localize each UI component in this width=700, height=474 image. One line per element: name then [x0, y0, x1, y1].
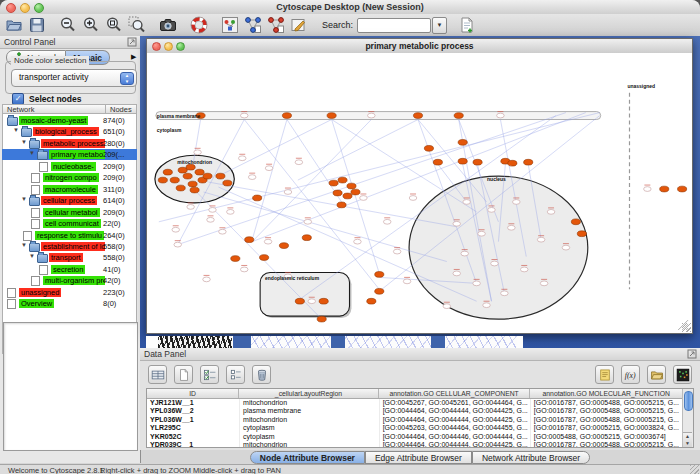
tree-row[interactable]: response to stimulu264(0) [2, 230, 137, 241]
help-icon[interactable] [189, 16, 208, 35]
table-cell[interactable]: [GO:0016787, GO:0005488, GO:0005215, G..… [531, 407, 683, 415]
table-cell[interactable]: cytoplasm [240, 433, 380, 441]
tree-row[interactable]: nucleobase-209(0) [2, 161, 137, 172]
function-icon[interactable]: f(x) [621, 365, 640, 384]
open-folder-icon[interactable] [4, 16, 23, 35]
table-cell[interactable]: mitochondrion [240, 416, 380, 424]
window-resize-grip[interactable] [682, 323, 691, 332]
table-column-header[interactable]: ID [147, 389, 239, 398]
table-cell[interactable]: YPL036W__1 [147, 416, 240, 424]
table-cell[interactable]: [GO:0016787, GO:0005488, GO:0005215, G..… [531, 441, 683, 447]
tree-node-label[interactable]: biological_process [33, 127, 99, 136]
tree-node-label[interactable]: metabolic process [41, 139, 105, 148]
tree-row[interactable]: cellular metabol209(0) [2, 207, 137, 218]
layout-blue-icon[interactable] [243, 16, 262, 35]
table-cell[interactable]: [GO:0045263, GO:0044464, GO:0044455, G..… [380, 424, 531, 432]
attribute-doc-icon[interactable] [457, 16, 476, 35]
expand-arrow-icon[interactable]: ▼ [21, 196, 27, 202]
folder-yellow-icon[interactable] [647, 365, 666, 384]
tree-node-label[interactable]: transport [49, 253, 83, 262]
search-input[interactable] [357, 18, 431, 33]
table-row[interactable]: YJR121W__1mitochondrion[GO:0045267, GO:0… [147, 399, 683, 407]
tree-node-label[interactable]: establishment of lo [41, 242, 105, 251]
birdseye-view[interactable] [3, 322, 138, 451]
tree-row[interactable]: ▼metabolic process280(0) [2, 138, 137, 149]
table-row[interactable]: YPL036W__1mitochondrion[GO:0044464, GO:0… [147, 416, 683, 424]
zoom-in-icon[interactable] [81, 16, 100, 35]
float-panel-icon[interactable] [687, 349, 697, 359]
tree-node-label[interactable]: Overview [19, 299, 54, 308]
tree-node-label[interactable]: nitrogen compo [43, 173, 99, 182]
matrix-icon[interactable] [673, 365, 692, 384]
tree-row[interactable]: macromolecule311(0) [2, 184, 137, 195]
zoom-region-icon[interactable] [127, 16, 146, 35]
table-cell[interactable]: cytoplasm [240, 424, 380, 432]
network-view-window[interactable]: primary metabolic process plasma membran… [146, 38, 693, 334]
network-svg[interactable]: plasma membranecytoplasmmitochondrionnuc… [147, 53, 692, 333]
column-icon[interactable] [148, 365, 167, 384]
tree-row[interactable]: multi-organism pro42(0) [2, 275, 137, 286]
table-cell[interactable]: [GO:0016787, GO:0005488, GO:0005215, G..… [531, 399, 683, 407]
tree-row[interactable]: ▼transport558(0) [2, 252, 137, 263]
window-titlebar[interactable]: Cytoscape Desktop (New Session) [0, 0, 700, 15]
table-cell[interactable]: [GO:0044464, GO:0044444, GO:0044425, G..… [380, 407, 531, 415]
tree-row[interactable]: secretion41(0) [2, 264, 137, 275]
trash-icon[interactable] [252, 365, 271, 384]
tree-node-label[interactable]: cellular metabol [43, 208, 100, 217]
notes-icon[interactable] [595, 365, 614, 384]
table-cell[interactable]: [GO:0044464, GO:0044446, GO:0044444, G..… [380, 433, 531, 441]
checklist-icon[interactable] [200, 365, 219, 384]
save-icon[interactable] [27, 16, 46, 35]
table-column-header[interactable]: _cellularLayoutRegion [239, 389, 379, 398]
expand-arrow-icon[interactable]: ▼ [13, 127, 19, 133]
zoom-out-icon[interactable] [58, 16, 77, 35]
region-nucleus[interactable] [409, 176, 588, 319]
network-view-titlebar[interactable]: primary metabolic process [147, 39, 692, 54]
tree-node-label[interactable]: macromolecule [43, 185, 98, 194]
camera-icon[interactable] [158, 16, 177, 35]
layout-red-icon[interactable] [266, 16, 285, 35]
tree-row[interactable]: nitrogen compo209(0) [2, 172, 137, 183]
table-cell[interactable]: plasma membrane [240, 407, 380, 415]
tree-node-label[interactable]: primary metabo [49, 150, 105, 159]
table-scrollbar[interactable]: ▲▼ [682, 389, 693, 447]
table-cell[interactable]: [GO:0016787, GO:0005488, GO:0005215, G..… [531, 416, 683, 424]
column-network[interactable]: Network [3, 105, 106, 113]
column-nodes[interactable]: Nodes [106, 105, 132, 113]
expand-arrow-icon[interactable]: ▼ [29, 253, 35, 259]
tree-row[interactable]: ▼biological_process651(0) [2, 126, 137, 137]
tab-node-attribute-browser[interactable]: Node Attribute Browser [250, 451, 365, 464]
float-panel-icon[interactable] [127, 37, 137, 47]
tree-node-label[interactable]: nucleobase- [51, 162, 96, 171]
zoom-fit-icon[interactable] [104, 16, 123, 35]
tab-edge-attribute-browser[interactable]: Edge Attribute Browser [365, 451, 472, 464]
expand-arrow-icon[interactable]: ▼ [21, 242, 27, 248]
tab-overflow-arrow-icon[interactable]: ▶ [131, 53, 136, 61]
search-dropdown-arrow-icon[interactable]: ▼ [432, 17, 447, 34]
tree-row[interactable]: ▼establishment of lo558(0) [2, 241, 137, 252]
tab-network-attribute-browser[interactable]: Network Attribute Browser [472, 451, 590, 464]
table-cell[interactable]: [GO:0044464, GO:0044444, GO:0044425, G..… [380, 416, 531, 424]
table-row[interactable]: YDR039C__1mitochondrion[GO:0044464, GO:0… [147, 441, 683, 447]
table-column-header[interactable]: annotation.GO MOLECULAR_FUNCTION [530, 389, 683, 398]
list-icon[interactable] [226, 365, 245, 384]
table-cell[interactable]: YKR052C [147, 433, 240, 441]
tree-row[interactable]: ▼primary metabo209(... [2, 149, 137, 160]
tree-row[interactable]: mosaic-demo-yeast874(0) [2, 115, 137, 126]
tree-node-label[interactable]: cellular process [41, 196, 97, 205]
region-plasma-membrane[interactable] [156, 112, 601, 120]
window-resize-grip[interactable] [690, 465, 699, 474]
tree-node-label[interactable]: multi-organism pro [43, 276, 105, 285]
tree-row[interactable]: Overview8(0) [2, 298, 137, 309]
table-row[interactable]: YPL036W__2plasma membrane[GO:0044464, GO… [147, 407, 683, 415]
node-color-dropdown[interactable]: transporter activity ▲▼ [11, 69, 137, 87]
vizmapper-icon[interactable] [220, 16, 239, 35]
newdoc-icon[interactable] [174, 365, 193, 384]
tree-row[interactable]: ▼cellular process614(0) [2, 195, 137, 206]
tree-node-label[interactable]: unassigned [19, 288, 61, 297]
tree-node-label[interactable]: secretion [51, 265, 85, 274]
table-cell[interactable]: [GO:0005488, GO:0005215, GO:0003674] [531, 433, 683, 441]
tree-node-label[interactable]: cell communicat [43, 219, 101, 228]
tree-node-label[interactable]: response to stimulu [35, 231, 104, 240]
table-cell[interactable]: YDR039C__1 [147, 441, 240, 447]
